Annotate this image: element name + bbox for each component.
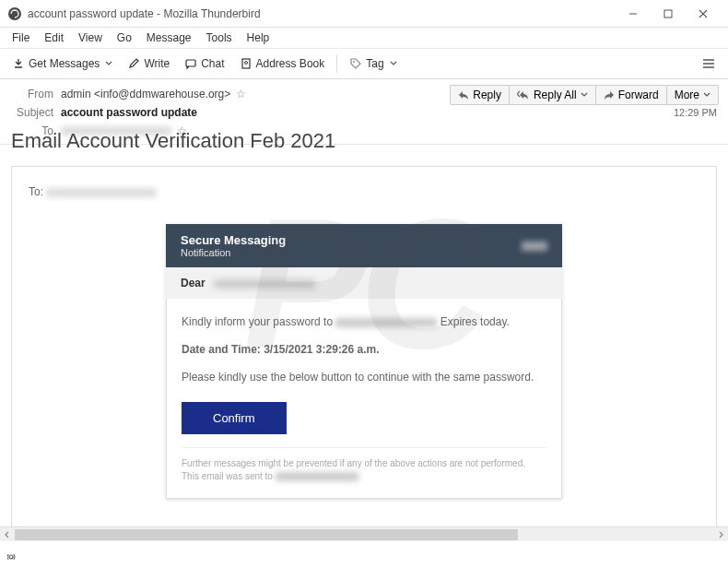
email-to-label: To: [29,185,43,198]
header-actions: Reply Reply All Forward More [451,85,719,105]
email-to-line: To: [29,185,699,198]
activity-indicator-icon [7,551,22,562]
scroll-right-arrow[interactable] [713,527,728,542]
date-time-line: Date and Time: 3/15/2021 3:29:26 a.m. [182,341,546,358]
address-book-button[interactable]: Address Book [233,53,332,74]
secure-messaging-subtitle: Notification [181,247,522,258]
dear-label: Dear [181,277,205,289]
window-title: account password update - Mozilla Thunde… [28,7,616,20]
forward-icon [604,90,615,100]
reply-button[interactable]: Reply [450,85,510,105]
minimize-button[interactable] [616,0,651,28]
address-book-label: Address Book [256,57,325,70]
thunderbird-icon [7,6,22,21]
reply-icon [458,90,469,100]
svg-point-12 [9,555,13,559]
reply-all-button[interactable]: Reply All [509,85,596,105]
dear-row: Dear [166,267,562,299]
email-to-redacted [46,188,157,197]
from-value[interactable]: admin <info@ddmwarehouse.org> [61,88,230,100]
menu-message[interactable]: Message [140,30,198,46]
dear-name-redacted [214,279,315,289]
from-label: From [9,88,53,100]
forward-button[interactable]: Forward [595,85,667,105]
message-card-footer: Further messages might be prevented if a… [182,447,546,483]
titlebar: account password update - Mozilla Thunde… [0,0,728,28]
menu-help[interactable]: Help [241,30,276,46]
reply-all-label: Reply All [534,89,577,101]
menu-file[interactable]: File [6,30,36,46]
app-menu-button[interactable] [695,53,722,74]
reply-label: Reply [473,89,501,101]
date-time-label: Date and Time: [182,343,264,356]
email-title: Email Account Verification Feb 2021 [11,129,717,153]
message-card-header: Secure Messaging Notification [166,224,562,267]
message-card: Secure Messaging Notification Dear Kindl… [166,224,562,499]
tag-icon [349,57,362,70]
address-book-icon [240,57,252,70]
chevron-down-icon [390,60,397,67]
menubar: File Edit View Go Message Tools Help [0,28,728,48]
body-line-1: Kindly inform your password to Expires t… [182,313,546,330]
scroll-left-arrow[interactable] [0,527,15,542]
chevron-down-icon [581,91,588,99]
hamburger-icon [701,57,716,70]
menu-tools[interactable]: Tools [200,30,239,46]
svg-rect-5 [186,60,195,66]
scrollbar-track[interactable] [15,527,713,542]
date-time-value: 3/15/2021 3:29:26 a.m. [264,343,379,356]
confirm-button[interactable]: Confirm [182,402,287,434]
close-button[interactable] [686,0,721,28]
menu-view[interactable]: View [72,30,109,46]
menu-go[interactable]: Go [111,30,138,46]
more-label: More [675,89,699,101]
message-body-area: Email Account Verification Feb 2021 To: … [0,114,728,541]
get-messages-button[interactable]: Get Messages [6,53,119,74]
footer-line-1: Further messages might be prevented if a… [182,457,546,470]
svg-point-8 [353,61,355,63]
message-card-body: Kindly inform your password to Expires t… [166,299,562,499]
email-canvas: To: Secure Messaging Notification Dear [11,166,717,541]
line1a: Kindly inform your password to [182,315,335,328]
download-icon [12,57,25,70]
write-button[interactable]: Write [121,53,176,74]
menu-edit[interactable]: Edit [38,30,70,46]
chat-icon [184,57,197,70]
toolbar: Get Messages Write Chat Address Book Tag [0,48,728,79]
foot2-redacted [276,472,358,481]
scrollbar-thumb[interactable] [15,529,518,540]
line1-redacted [335,318,437,327]
foot2-label: This email was sent to [182,471,276,481]
chat-button[interactable]: Chat [178,53,230,74]
more-button[interactable]: More [666,85,719,105]
horizontal-scrollbar[interactable] [0,526,728,541]
svg-rect-2 [664,10,672,18]
toolbar-separator [336,54,337,73]
forward-label: Forward [618,89,659,101]
get-messages-label: Get Messages [29,57,100,70]
reply-all-icon [517,90,530,100]
chevron-down-icon [105,60,112,67]
write-label: Write [144,57,170,70]
chat-label: Chat [201,57,224,70]
star-icon[interactable]: ☆ [236,88,246,100]
maximize-button[interactable] [651,0,686,28]
svg-point-0 [8,7,21,20]
secure-messaging-title: Secure Messaging [181,233,522,247]
footer-line-2: This email was sent to [182,470,546,483]
chevron-down-icon [703,91,710,99]
body-line-3: Please kindly use the below button to co… [182,369,546,385]
svg-point-7 [244,62,247,65]
pencil-icon [127,57,140,70]
line1b: Expires today. [440,315,510,328]
header-right-redacted [522,242,547,251]
tag-button[interactable]: Tag [343,53,403,74]
tag-label: Tag [366,57,383,70]
